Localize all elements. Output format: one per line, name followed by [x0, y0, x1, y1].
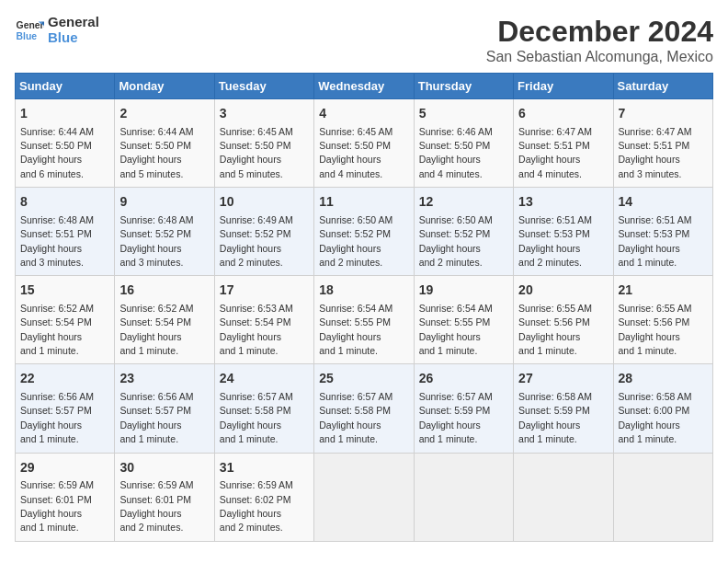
day-number: 31 — [220, 459, 309, 477]
day-number: 30 — [119, 459, 209, 477]
day-number: 25 — [319, 370, 408, 388]
day-info: Sunrise: 6:48 AMSunset: 5:52 PMDaylight … — [119, 214, 193, 268]
day-number: 9 — [119, 193, 209, 212]
day-number: 15 — [20, 282, 109, 300]
calendar-week-3: 15 Sunrise: 6:52 AMSunset: 5:54 PMDaylig… — [16, 276, 713, 364]
day-number: 6 — [518, 105, 608, 123]
svg-text:Blue: Blue — [17, 30, 38, 40]
day-info: Sunrise: 6:49 AMSunset: 5:52 PMDaylight … — [220, 214, 293, 268]
logo-icon: General Blue — [15, 16, 44, 45]
day-info: Sunrise: 6:44 AMSunset: 5:50 PMDaylight … — [20, 126, 94, 179]
calendar-cell: 13 Sunrise: 6:51 AMSunset: 5:53 PMDaylig… — [514, 188, 613, 276]
calendar-header-monday: Monday — [115, 74, 214, 99]
day-number: 13 — [518, 193, 608, 212]
title-block: December 2024 San Sebastian Alcomunga, M… — [486, 15, 713, 65]
day-number: 19 — [419, 282, 508, 300]
day-number: 10 — [220, 193, 309, 212]
day-number: 3 — [220, 105, 309, 123]
day-info: Sunrise: 6:51 AMSunset: 5:53 PMDaylight … — [619, 214, 692, 268]
day-number: 27 — [518, 370, 608, 388]
calendar-cell — [314, 453, 414, 541]
calendar-cell: 4 Sunrise: 6:45 AMSunset: 5:50 PMDayligh… — [314, 99, 414, 188]
day-number: 8 — [20, 193, 109, 212]
calendar-cell: 9 Sunrise: 6:48 AMSunset: 5:52 PMDayligh… — [115, 188, 214, 276]
day-info: Sunrise: 6:53 AMSunset: 5:54 PMDaylight … — [220, 303, 293, 356]
day-info: Sunrise: 6:52 AMSunset: 5:54 PMDaylight … — [20, 303, 94, 356]
page-header: General Blue General Blue December 2024 … — [15, 15, 713, 65]
calendar-cell: 20 Sunrise: 6:55 AMSunset: 5:56 PMDaylig… — [514, 276, 613, 364]
day-number: 12 — [419, 193, 508, 212]
day-info: Sunrise: 6:45 AMSunset: 5:50 PMDaylight … — [319, 126, 392, 179]
day-number: 7 — [619, 105, 708, 123]
day-number: 16 — [119, 282, 209, 300]
calendar-cell: 11 Sunrise: 6:50 AMSunset: 5:52 PMDaylig… — [314, 188, 414, 276]
calendar-cell: 8 Sunrise: 6:48 AMSunset: 5:51 PMDayligh… — [16, 188, 115, 276]
day-info: Sunrise: 6:46 AMSunset: 5:50 PMDaylight … — [419, 126, 493, 179]
calendar-cell: 25 Sunrise: 6:57 AMSunset: 5:58 PMDaylig… — [314, 364, 414, 453]
calendar-cell: 12 Sunrise: 6:50 AMSunset: 5:52 PMDaylig… — [414, 188, 513, 276]
calendar-cell: 30 Sunrise: 6:59 AMSunset: 6:01 PMDaylig… — [115, 453, 214, 541]
day-number: 21 — [619, 282, 708, 300]
day-info: Sunrise: 6:47 AMSunset: 5:51 PMDaylight … — [619, 126, 692, 179]
day-info: Sunrise: 6:50 AMSunset: 5:52 PMDaylight … — [319, 214, 392, 268]
day-number: 18 — [319, 282, 408, 300]
calendar-cell: 18 Sunrise: 6:54 AMSunset: 5:55 PMDaylig… — [314, 276, 414, 364]
day-number: 1 — [20, 105, 109, 123]
day-number: 5 — [419, 105, 508, 123]
calendar-cell: 29 Sunrise: 6:59 AMSunset: 6:01 PMDaylig… — [16, 453, 115, 541]
day-number: 24 — [220, 370, 309, 388]
day-number: 2 — [119, 105, 209, 123]
calendar-cell: 2 Sunrise: 6:44 AMSunset: 5:50 PMDayligh… — [115, 99, 214, 188]
day-info: Sunrise: 6:58 AMSunset: 6:00 PMDaylight … — [619, 391, 692, 444]
day-number: 11 — [319, 193, 408, 212]
calendar-table: SundayMondayTuesdayWednesdayThursdayFrid… — [15, 73, 713, 542]
calendar-header-tuesday: Tuesday — [214, 74, 313, 99]
calendar-cell: 19 Sunrise: 6:54 AMSunset: 5:55 PMDaylig… — [414, 276, 513, 364]
day-number: 26 — [419, 370, 508, 388]
calendar-week-5: 29 Sunrise: 6:59 AMSunset: 6:01 PMDaylig… — [16, 453, 713, 541]
calendar-week-4: 22 Sunrise: 6:56 AMSunset: 5:57 PMDaylig… — [16, 364, 713, 453]
calendar-header-wednesday: Wednesday — [314, 74, 414, 99]
calendar-cell: 16 Sunrise: 6:52 AMSunset: 5:54 PMDaylig… — [115, 276, 214, 364]
calendar-week-1: 1 Sunrise: 6:44 AMSunset: 5:50 PMDayligh… — [16, 99, 713, 188]
calendar-cell — [414, 453, 513, 541]
day-info: Sunrise: 6:57 AMSunset: 5:59 PMDaylight … — [419, 391, 493, 444]
day-info: Sunrise: 6:55 AMSunset: 5:56 PMDaylight … — [619, 303, 692, 356]
logo-line1: General — [48, 15, 99, 30]
calendar-cell: 31 Sunrise: 6:59 AMSunset: 6:02 PMDaylig… — [214, 453, 313, 541]
page-title: December 2024 — [486, 15, 713, 49]
calendar-cell: 17 Sunrise: 6:53 AMSunset: 5:54 PMDaylig… — [214, 276, 313, 364]
page-subtitle: San Sebastian Alcomunga, Mexico — [486, 49, 713, 65]
day-number: 20 — [518, 282, 608, 300]
calendar-cell: 27 Sunrise: 6:58 AMSunset: 5:59 PMDaylig… — [514, 364, 613, 453]
calendar-cell: 1 Sunrise: 6:44 AMSunset: 5:50 PMDayligh… — [16, 99, 115, 188]
calendar-cell: 6 Sunrise: 6:47 AMSunset: 5:51 PMDayligh… — [514, 99, 613, 188]
calendar-cell: 5 Sunrise: 6:46 AMSunset: 5:50 PMDayligh… — [414, 99, 513, 188]
day-info: Sunrise: 6:52 AMSunset: 5:54 PMDaylight … — [119, 303, 193, 356]
day-info: Sunrise: 6:55 AMSunset: 5:56 PMDaylight … — [518, 303, 592, 356]
day-info: Sunrise: 6:56 AMSunset: 5:57 PMDaylight … — [119, 391, 193, 444]
day-number: 17 — [220, 282, 309, 300]
day-info: Sunrise: 6:57 AMSunset: 5:58 PMDaylight … — [319, 391, 392, 444]
calendar-cell: 26 Sunrise: 6:57 AMSunset: 5:59 PMDaylig… — [414, 364, 513, 453]
day-info: Sunrise: 6:59 AMSunset: 6:02 PMDaylight … — [220, 479, 293, 533]
calendar-cell — [613, 453, 712, 541]
day-info: Sunrise: 6:57 AMSunset: 5:58 PMDaylight … — [220, 391, 293, 444]
day-number: 14 — [619, 193, 708, 212]
day-info: Sunrise: 6:44 AMSunset: 5:50 PMDaylight … — [119, 126, 193, 179]
day-number: 23 — [119, 370, 209, 388]
logo: General Blue General Blue — [15, 15, 99, 45]
calendar-cell: 3 Sunrise: 6:45 AMSunset: 5:50 PMDayligh… — [214, 99, 313, 188]
calendar-cell: 15 Sunrise: 6:52 AMSunset: 5:54 PMDaylig… — [16, 276, 115, 364]
calendar-header-thursday: Thursday — [414, 74, 513, 99]
calendar-header-saturday: Saturday — [613, 74, 712, 99]
day-info: Sunrise: 6:45 AMSunset: 5:50 PMDaylight … — [220, 126, 293, 179]
calendar-header-row: SundayMondayTuesdayWednesdayThursdayFrid… — [16, 74, 713, 99]
calendar-cell: 10 Sunrise: 6:49 AMSunset: 5:52 PMDaylig… — [214, 188, 313, 276]
day-info: Sunrise: 6:51 AMSunset: 5:53 PMDaylight … — [518, 214, 592, 268]
day-info: Sunrise: 6:58 AMSunset: 5:59 PMDaylight … — [518, 391, 592, 444]
day-info: Sunrise: 6:59 AMSunset: 6:01 PMDaylight … — [119, 479, 193, 533]
calendar-cell: 28 Sunrise: 6:58 AMSunset: 6:00 PMDaylig… — [613, 364, 712, 453]
calendar-cell: 24 Sunrise: 6:57 AMSunset: 5:58 PMDaylig… — [214, 364, 313, 453]
calendar-cell — [514, 453, 613, 541]
